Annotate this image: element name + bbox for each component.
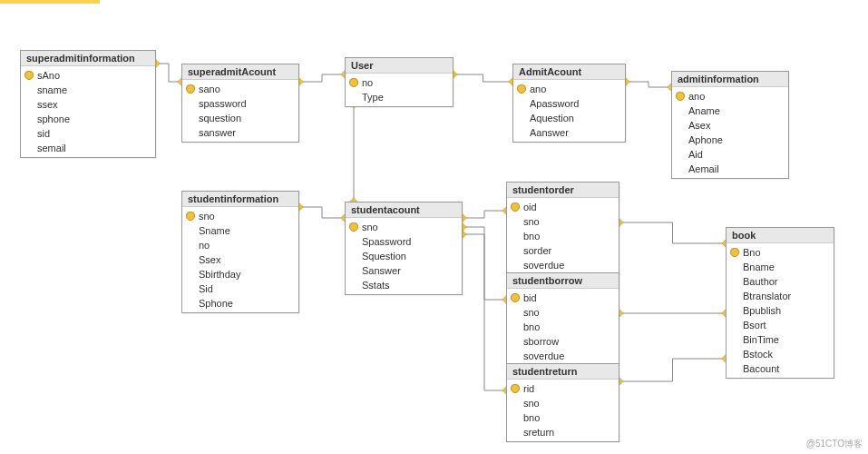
field[interactable]: sorder [507,243,619,258]
entity-body: noType [346,74,453,106]
erd-canvas: superadmitinformationsAnosnamessexsphone… [0,0,868,454]
entity-body: snoSnamenoSsexSbirthdaySidSphone [182,207,298,312]
entity-body: anoAnameAsexAphoneAidAemail [672,87,788,178]
connector-line [463,234,506,390]
connector-line [454,74,512,82]
entity-header[interactable]: studentacount [346,202,462,218]
field[interactable]: no [182,238,298,252]
field[interactable]: Aquestion [513,111,625,125]
entity-body: bidsnobnosborrowsoverdue [507,289,619,365]
field[interactable]: Apassword [513,96,625,111]
field[interactable]: Aname [672,104,788,118]
field[interactable]: Sname [182,223,298,238]
entity-header[interactable]: admitinformation [672,72,788,87]
entity-body: ridsnobnosreturn [507,380,619,441]
entity-header[interactable]: studentborrow [507,273,619,289]
field[interactable]: soverdue [507,258,619,272]
connector-line [619,222,726,243]
entity-body: sAnosnamessexsphonesidsemail [21,66,155,157]
entity-header[interactable]: User [346,58,453,74]
entity-studentorder[interactable]: studentorderoidsnobnosordersoverdue [506,182,619,275]
pk-field[interactable]: sano [182,82,298,96]
field[interactable]: Bname [727,260,834,274]
entity-studentacount[interactable]: studentacountsnoSpasswordSquestionSanswe… [345,202,463,295]
pk-field[interactable]: no [346,75,453,90]
entity-header[interactable]: studentorder [507,183,619,198]
connector-line [626,82,671,87]
connector-line [619,359,726,381]
field[interactable]: Aanswer [513,125,625,140]
field[interactable]: sno [507,305,619,320]
entity-header[interactable]: studentreturn [507,364,619,380]
entity-header[interactable]: superadmitAcount [182,64,298,80]
pk-field[interactable]: sAno [21,68,155,83]
field[interactable]: Bsort [727,318,834,332]
field[interactable]: Bauthor [727,274,834,289]
field[interactable]: sname [21,83,155,97]
pk-field[interactable]: sno [182,209,298,223]
entity-body: snoSpasswordSquestionSanswerSstats [346,218,462,294]
entity-body: sanospasswordsquestionsanswer [182,80,298,142]
pk-field[interactable]: ano [513,82,625,96]
field[interactable]: Bacount [727,361,834,376]
field[interactable]: Sanswer [346,263,462,278]
field[interactable]: bno [507,320,619,334]
field[interactable]: Aid [672,147,788,162]
field[interactable]: Sbirthday [182,267,298,281]
field[interactable]: bno [507,229,619,243]
field[interactable]: Spassword [346,234,462,249]
connector-line [463,227,506,300]
entity-header[interactable]: studentinformation [182,192,298,207]
pk-field[interactable]: oid [507,200,619,214]
field[interactable]: sborrow [507,334,619,349]
field[interactable]: Bstock [727,347,834,361]
field[interactable]: Squestion [346,249,462,263]
entity-User[interactable]: UsernoType [345,57,454,107]
field[interactable]: Sstats [346,278,462,292]
field[interactable]: Sid [182,281,298,296]
field[interactable]: Type [346,90,453,104]
pk-field[interactable]: Bno [727,245,834,260]
pk-field[interactable]: rid [507,381,619,396]
entity-superadmitAcount[interactable]: superadmitAcountsanospasswordsquestionsa… [181,64,299,143]
connector-line [463,211,506,218]
field[interactable]: Bpublish [727,303,834,318]
field[interactable]: soverdue [507,349,619,363]
field[interactable]: squestion [182,111,298,125]
watermark: @51CTO博客 [806,438,863,450]
entity-header[interactable]: superadmitinformation [21,51,155,66]
field[interactable]: semail [21,141,155,155]
connector-line [156,64,181,82]
entity-studentreturn[interactable]: studentreturnridsnobnosreturn [506,363,619,442]
pk-field[interactable]: bid [507,291,619,305]
entity-studentinformation[interactable]: studentinformationsnoSnamenoSsexSbirthda… [181,191,299,313]
field[interactable]: Aemail [672,162,788,176]
field[interactable]: Ssex [182,252,298,267]
entity-header[interactable]: AdmitAcount [513,64,625,80]
entity-admitinformation[interactable]: admitinformationanoAnameAsexAphoneAidAem… [671,71,789,179]
pk-field[interactable]: ano [672,89,788,104]
entity-header[interactable]: book [727,228,834,243]
field[interactable]: sno [507,214,619,229]
field[interactable]: Asex [672,118,788,133]
field[interactable]: BinTime [727,332,834,347]
field[interactable]: Btranslator [727,289,834,303]
entity-AdmitAcount[interactable]: AdmitAcountanoApasswordAquestionAanswer [512,64,626,143]
field[interactable]: sreturn [507,425,619,439]
field[interactable]: sanswer [182,125,298,140]
field[interactable]: sphone [21,112,155,126]
entity-studentborrow[interactable]: studentborrowbidsnobnosborrowsoverdue [506,272,619,366]
field[interactable]: sid [21,126,155,141]
entity-book[interactable]: bookBnoBnameBauthorBtranslatorBpublishBs… [726,227,834,379]
pk-field[interactable]: sno [346,220,462,234]
field[interactable]: sno [507,396,619,410]
entity-superadmitinformation[interactable]: superadmitinformationsAnosnamessexsphone… [20,50,156,158]
field[interactable]: Sphone [182,296,298,311]
field[interactable]: ssex [21,97,155,112]
entity-body: anoApasswordAquestionAanswer [513,80,625,142]
entity-body: oidsnobnosordersoverdue [507,198,619,274]
field[interactable]: bno [507,410,619,425]
entity-body: BnoBnameBauthorBtranslatorBpublishBsortB… [727,243,834,378]
field[interactable]: spassword [182,96,298,111]
field[interactable]: Aphone [672,133,788,147]
